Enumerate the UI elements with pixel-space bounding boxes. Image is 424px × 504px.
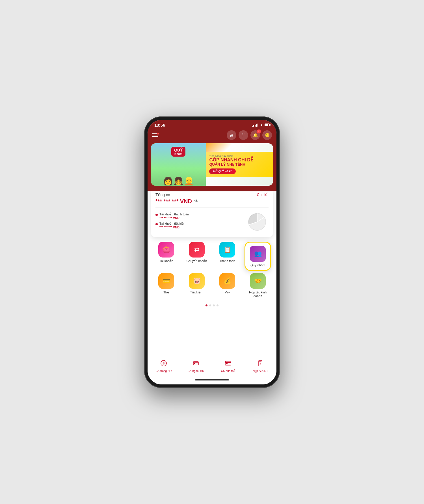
bottom-bar: $ CK trong HD CK ngoài HD [148, 355, 276, 379]
transfer-icon: ⇄ [194, 246, 199, 253]
thanh-toan-label: Thanh toán [219, 259, 235, 263]
account-dot-savings [155, 223, 158, 225]
business-icon: 🤝 [254, 277, 262, 285]
account-total: *** *** *** VND 👁 [155, 198, 269, 205]
tiet-kiem-label: Tiết kiệm [190, 291, 203, 294]
card-icon: 💳 [163, 277, 170, 285]
action-thanh-toan[interactable]: 📋 Thanh toán [214, 242, 241, 271]
svg-rect-11 [226, 363, 228, 364]
banner-subtitle: Tính năng Quỹ nhóm [209, 155, 270, 157]
banner-right: Tính năng Quỹ nhóm GÓP NHANH CHI DỄ QUẢN… [206, 152, 273, 177]
tiet-kiem-icon: 🐷 [189, 273, 205, 289]
ck-trong-hd-icon: $ [159, 358, 169, 368]
payment-icon: 📋 [224, 246, 231, 253]
banner-people: 👩 👧 👱 [151, 176, 206, 186]
bell-icon-btn[interactable]: 🔔 2 [250, 130, 260, 140]
banner-title1: GÓP NHANH CHI DỄ [209, 157, 270, 163]
home-indicator-area [148, 379, 276, 384]
bottom-ck-qua-the[interactable]: CK qua thẻ [212, 358, 244, 373]
vay-icon: 💰 [219, 273, 235, 289]
pagination-dot-3[interactable] [213, 304, 215, 306]
actions-row-1: 👛 Tài khoản ⇄ Chuyển khoản 📋 [151, 242, 273, 271]
pie-chart [246, 211, 269, 233]
ck-ngoai-hd-label: CK ngoài HD [188, 369, 204, 373]
phone-screen: 13:56 ▲ [148, 120, 276, 384]
action-tai-khoan[interactable]: 👛 Tài khoản [153, 242, 179, 271]
account-item-savings-label: Tài khoản tiết kiệm [159, 222, 186, 226]
battery-icon [265, 124, 270, 126]
account-total-amount: *** *** *** VND [155, 198, 192, 205]
menu-button[interactable] [152, 133, 158, 137]
nav-icons: 🖨 ⠿ 🔔 2 😊 [227, 130, 272, 140]
account-card: Tổng có Chi tiết *** *** *** VND 👁 Tài k… [151, 191, 273, 237]
person1-icon: 👩 [163, 176, 173, 186]
tai-khoan-label: Tài khoản [159, 259, 173, 263]
avatar-icon-btn[interactable]: 😊 [262, 130, 272, 140]
status-time: 13:56 [154, 123, 165, 127]
actions-row-2: 💳 Thẻ 🐷 Tiết kiệm 💰 [151, 273, 273, 298]
person2-icon: 👧 [174, 176, 183, 186]
svg-rect-13 [259, 361, 261, 362]
account-details-row: Tài khoản thanh toán *** *** *** VND Tài… [155, 211, 269, 233]
account-item-savings-amount: *** *** *** VND [159, 226, 186, 229]
qr-icon: ⠿ [242, 133, 245, 137]
the-label: Thẻ [163, 291, 169, 294]
banner-left: QUỸ Nhóm 👩 👧 👱 [151, 143, 206, 186]
eye-toggle-icon[interactable]: 👁 [194, 199, 199, 204]
account-card-header: Tổng có Chi tiết [155, 192, 269, 197]
wallet-icon: 👛 [163, 246, 170, 253]
quy-nhom-highlight-wrapper: 👥 Quỹ nhóm [245, 242, 271, 271]
banner: QUỸ Nhóm 👩 👧 👱 Tính năng Quỹ nhóm GÓP NH… [151, 143, 273, 186]
person3-icon: 👱 [184, 176, 194, 186]
account-label: Tổng có [155, 192, 170, 197]
banner-cta-button[interactable]: MỞ QUỸ NGAY [209, 168, 235, 174]
pagination-dot-2[interactable] [209, 304, 211, 306]
action-the[interactable]: 💳 Thẻ [153, 273, 179, 298]
account-detail-link[interactable]: Chi tiết [257, 192, 269, 197]
vay-label: Vay [225, 291, 230, 294]
nap-tien-icon: $ [255, 358, 265, 368]
account-divider [155, 207, 269, 208]
ck-ngoai-hd-icon [191, 358, 201, 368]
action-quy-nhom[interactable]: 👥 Quỹ nhóm [244, 242, 271, 271]
hop-tac-icon: 🤝 [250, 273, 266, 289]
account-item-payment-label: Tài khoản thanh toán [159, 213, 189, 216]
pagination-dot-4[interactable] [217, 304, 219, 306]
action-tiet-kiem[interactable]: 🐷 Tiết kiệm [183, 273, 210, 298]
savings-icon: 🐷 [193, 277, 201, 285]
quick-actions: 👛 Tài khoản ⇄ Chuyển khoản 📋 [148, 237, 276, 302]
bottom-nap-tien[interactable]: $ Nạp tiền ĐT [244, 358, 276, 373]
status-bar: 13:56 ▲ [148, 120, 276, 129]
action-vay[interactable]: 💰 Vay [214, 273, 241, 298]
qr-icon-btn[interactable]: ⠿ [239, 130, 248, 140]
scrollable-area: Tổng có Chi tiết *** *** *** VND 👁 Tài k… [148, 191, 276, 384]
loan-icon: 💰 [224, 277, 231, 285]
quy-nhom-icon: 👥 [250, 246, 266, 262]
ck-qua-the-icon [223, 358, 233, 368]
bottom-ck-trong-hd[interactable]: $ CK trong HD [148, 358, 180, 373]
banner-badge-quy: QUỸ [174, 148, 183, 152]
banner-badge-nhom: Nhóm [174, 152, 182, 155]
pagination [148, 302, 276, 308]
nap-tien-label: Nạp tiền ĐT [253, 369, 268, 373]
svg-text:$: $ [163, 362, 165, 365]
phone-device: 13:56 ▲ [144, 116, 280, 388]
bottom-ck-ngoai-hd[interactable]: CK ngoài HD [180, 358, 212, 373]
the-icon: 💳 [158, 273, 174, 289]
bell-icon: 🔔 [253, 133, 258, 137]
home-indicator [195, 379, 229, 380]
action-chuyen-khoan[interactable]: ⇄ Chuyển khoản [183, 242, 210, 271]
account-item-payment-amount: *** *** *** VND [159, 216, 189, 220]
action-hop-tac[interactable]: 🤝 Hợp tác kinh doanh [244, 273, 271, 298]
header-nav: 🖨 ⠿ 🔔 2 😊 [148, 129, 276, 143]
notification-badge: 2 [257, 129, 261, 133]
pagination-dot-1[interactable] [205, 304, 207, 306]
chuyen-khoan-label: Chuyển khoản [187, 259, 207, 263]
account-item-payment: Tài khoản thanh toán *** *** *** VND [155, 213, 246, 220]
banner-title2: QUẢN LÝ NHẸ TÊNH [209, 163, 270, 166]
thanh-toan-icon: 📋 [219, 242, 235, 258]
tai-khoan-icon: 👛 [158, 242, 174, 258]
account-items: Tài khoản thanh toán *** *** *** VND Tài… [155, 213, 246, 231]
status-icons: ▲ [252, 123, 270, 127]
print-icon-btn[interactable]: 🖨 [227, 130, 236, 140]
